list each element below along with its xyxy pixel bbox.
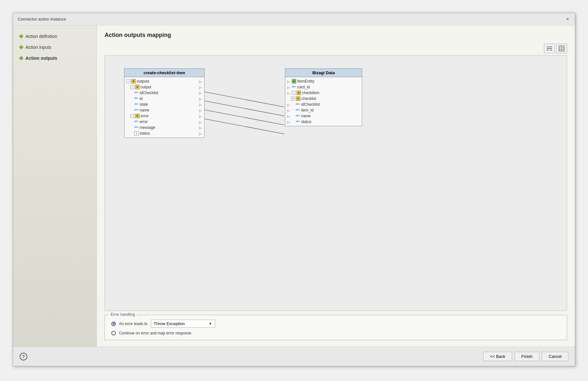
mapping-view-button[interactable] bbox=[544, 44, 555, 53]
right-table-header: Bizagi Data bbox=[285, 69, 362, 77]
svg-rect-3 bbox=[550, 47, 552, 47]
arrow-out-icon: ▷ bbox=[199, 109, 202, 112]
sidebar-label-action-inputs: Action inputs bbox=[25, 45, 51, 50]
left-mapping-table: create-checklist-item − ⊞ outputs ▷ bbox=[124, 68, 205, 138]
abc-icon: abc bbox=[134, 108, 139, 112]
tree-row: ▷ abc card_id bbox=[285, 84, 362, 90]
tree-row: abc state ▷ bbox=[124, 102, 204, 107]
sidebar-label-action-outputs: Action outputs bbox=[25, 56, 57, 61]
sidebar-item-action-inputs[interactable]: Action inputs bbox=[18, 43, 91, 52]
dialog-footer: ? << Back Finish Cancel bbox=[13, 347, 575, 366]
svg-rect-1 bbox=[547, 48, 549, 49]
tree-row: + ⊞ checklist bbox=[285, 96, 362, 102]
arrow-out-icon: ▷ bbox=[199, 132, 202, 135]
arrow-in-icon: ▷ bbox=[287, 120, 290, 123]
abc-icon: abc bbox=[134, 120, 139, 124]
expand-icon[interactable]: + bbox=[291, 97, 295, 101]
svg-rect-5 bbox=[550, 50, 552, 50]
svg-rect-4 bbox=[550, 48, 552, 49]
sidebar-item-action-definition[interactable]: Action definition bbox=[18, 32, 91, 41]
mapping-icon bbox=[546, 45, 553, 52]
error-handling-legend: Error handling bbox=[109, 312, 137, 317]
diamond-icon bbox=[19, 45, 23, 49]
box-green-icon: ⊞ bbox=[292, 79, 296, 84]
arrow-in-icon: ▷ bbox=[287, 91, 290, 94]
radio-continue-on-error-label: Continue on error and map error response bbox=[119, 331, 191, 335]
abc-icon: abc bbox=[134, 125, 139, 130]
error-row-2: Continue on error and map error response bbox=[111, 331, 560, 335]
footer-buttons: << Back Finish Cancel bbox=[483, 352, 568, 361]
radio-continue-on-error[interactable] bbox=[111, 331, 116, 335]
arrow-out-icon: ▷ bbox=[199, 80, 202, 83]
arrow-out-icon: ▷ bbox=[199, 91, 202, 94]
sidebar: Action definition Action inputs Action o… bbox=[13, 25, 97, 347]
page-title: Action outputs mapping bbox=[105, 32, 567, 39]
table-view-button[interactable] bbox=[556, 44, 567, 53]
tree-row: ▷ ⊞ ItemEntity bbox=[285, 78, 362, 84]
abc-icon: abc bbox=[134, 102, 139, 107]
left-table-body: − ⊞ outputs ▷ − ⊞ output ▷ bbox=[124, 77, 204, 137]
radio-error-leads-to[interactable] bbox=[111, 322, 116, 326]
sidebar-item-action-outputs[interactable]: Action outputs bbox=[18, 54, 91, 63]
abc-icon: abc bbox=[134, 96, 139, 101]
box-icon: ⊞ bbox=[297, 91, 301, 95]
dialog-body: Action definition Action inputs Action o… bbox=[13, 25, 575, 347]
right-table-body: ▷ ⊞ ItemEntity ▷ abc card_id bbox=[285, 77, 362, 126]
box-icon: ⊞ bbox=[135, 85, 140, 89]
svg-line-14 bbox=[205, 110, 284, 125]
main-content: Action outputs mapping bbox=[97, 25, 575, 347]
abc-icon: abc bbox=[134, 91, 139, 95]
dialog-title: Connector action instance bbox=[18, 17, 66, 22]
dialog-window: Connector action instance × Action defin… bbox=[13, 13, 575, 366]
tree-row: ▷ − ⊞ checkitem bbox=[285, 90, 362, 96]
abc-icon: abc bbox=[296, 108, 300, 112]
expand-icon[interactable]: − bbox=[126, 79, 130, 83]
mapping-area: create-checklist-item − ⊞ outputs ▷ bbox=[105, 55, 567, 311]
dropdown-arrow-icon: ▼ bbox=[208, 322, 212, 326]
error-row-1: An error leads to Throw Exception ▼ bbox=[111, 320, 560, 328]
right-mapping-table: Bizagi Data ▷ ⊞ ItemEntity ▷ abc bbox=[285, 68, 362, 126]
abc-icon: abc bbox=[292, 85, 296, 89]
finish-button[interactable]: Finish bbox=[515, 352, 539, 361]
mapping-canvas: create-checklist-item − ⊞ outputs ▷ bbox=[105, 56, 567, 311]
tree-row: − ⊞ error ▷ bbox=[124, 113, 204, 119]
tree-row: abc id ▷ bbox=[124, 96, 204, 102]
tree-row: abc error ▷ bbox=[124, 119, 204, 125]
cancel-button[interactable]: Cancel bbox=[542, 352, 568, 361]
arrow-out-icon: ▷ bbox=[199, 103, 202, 106]
arrow-out-icon: ▷ bbox=[199, 120, 202, 123]
tree-row: ▷ abc item_id bbox=[285, 107, 362, 113]
radio-error-leads-to-label: An error leads to bbox=[119, 322, 148, 326]
tree-row: ▷ abc status bbox=[285, 119, 362, 125]
toolbar-row bbox=[105, 44, 567, 53]
arrow-in-icon: ▷ bbox=[287, 114, 290, 118]
svg-rect-0 bbox=[547, 47, 549, 47]
expand-icon[interactable]: − bbox=[130, 85, 134, 89]
arrow-in-icon: ▷ bbox=[287, 109, 290, 112]
box-icon: ⊞ bbox=[131, 79, 136, 84]
abc-icon: abc bbox=[296, 114, 300, 118]
tree-row: abc message ▷ bbox=[124, 125, 204, 130]
table-icon bbox=[558, 45, 565, 52]
arrow-in-icon: ▷ bbox=[287, 80, 290, 83]
arrow-out-icon: ▷ bbox=[199, 126, 202, 129]
expand-icon[interactable]: − bbox=[292, 91, 296, 95]
svg-line-13 bbox=[205, 101, 284, 116]
abc-icon: abc bbox=[296, 102, 300, 107]
throw-exception-dropdown[interactable]: Throw Exception ▼ bbox=[151, 320, 215, 328]
close-button[interactable]: × bbox=[565, 16, 570, 22]
sidebar-label-action-definition: Action definition bbox=[25, 34, 57, 39]
left-table-header: create-checklist-item bbox=[124, 69, 204, 77]
tree-row: − ⊞ output ▷ bbox=[124, 84, 204, 90]
tree-row: abc idChecklist ▷ bbox=[124, 90, 204, 96]
back-button[interactable]: << Back bbox=[483, 352, 512, 361]
title-bar: Connector action instance × bbox=[13, 13, 575, 25]
svg-rect-2 bbox=[547, 50, 549, 50]
expand-icon[interactable]: − bbox=[130, 114, 134, 118]
box-icon: ⊞ bbox=[296, 96, 300, 101]
arrow-in-icon: ▷ bbox=[287, 103, 290, 106]
tree-row: − ⊞ outputs ▷ bbox=[124, 78, 204, 84]
help-button[interactable]: ? bbox=[20, 353, 27, 360]
svg-line-12 bbox=[205, 92, 284, 107]
dropdown-value: Throw Exception bbox=[154, 321, 207, 326]
